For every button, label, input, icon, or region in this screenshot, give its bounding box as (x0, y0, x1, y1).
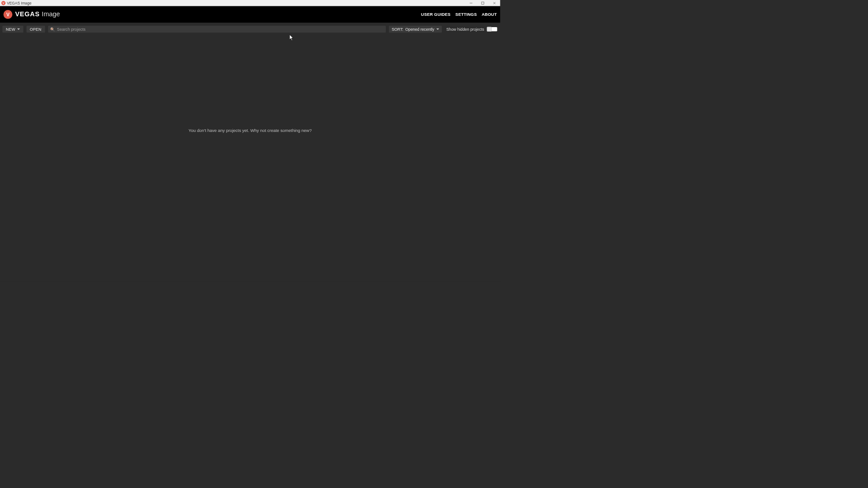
search-icon: 🔍 (50, 27, 55, 32)
open-button-label: OPEN (30, 27, 42, 31)
brand-main: VEGAS (15, 11, 39, 19)
show-hidden-toggle[interactable] (487, 27, 497, 31)
brand: V VEGAS Image (4, 10, 60, 19)
app-icon: V (1, 1, 5, 5)
chevron-down-icon (436, 28, 439, 30)
main-content: You don't have any projects yet. Why not… (0, 34, 500, 282)
brand-text: VEGAS Image (15, 11, 60, 19)
sort-button[interactable]: SORT: Opened recently (389, 26, 442, 33)
window-title: VEGAS Image (7, 1, 31, 5)
window-controls (465, 0, 500, 6)
toggle-knob (487, 27, 492, 32)
brand-sub: Image (42, 11, 60, 19)
search-wrap[interactable]: 🔍 (48, 26, 386, 33)
nav-settings[interactable]: SETTINGS (455, 12, 476, 17)
sort-prefix: SORT: (392, 27, 403, 31)
search-input[interactable] (57, 27, 384, 32)
window-titlebar: V VEGAS Image (0, 0, 500, 6)
close-button[interactable] (489, 0, 500, 6)
maximize-button[interactable] (477, 0, 489, 6)
sort-value: Opened recently (406, 27, 434, 31)
brand-icon: V (4, 10, 13, 19)
show-hidden-wrap: Show hidden projects (446, 27, 497, 31)
minimize-button[interactable] (465, 0, 477, 6)
chevron-down-icon (17, 28, 20, 30)
svg-rect-1 (481, 2, 484, 4)
show-hidden-label: Show hidden projects (446, 27, 484, 31)
nav-user-guides[interactable]: USER GUIDES (421, 12, 450, 17)
app-header: V VEGAS Image USER GUIDES SETTINGS ABOUT (0, 6, 500, 23)
new-button-label: NEW (6, 27, 15, 31)
nav-about[interactable]: ABOUT (481, 12, 497, 17)
header-nav: USER GUIDES SETTINGS ABOUT (421, 12, 497, 17)
toolbar: NEW OPEN 🔍 SORT: Opened recently Show hi… (0, 24, 500, 34)
open-button[interactable]: OPEN (26, 26, 45, 33)
new-button[interactable]: NEW (2, 26, 23, 33)
empty-state-message: You don't have any projects yet. Why not… (189, 128, 311, 133)
